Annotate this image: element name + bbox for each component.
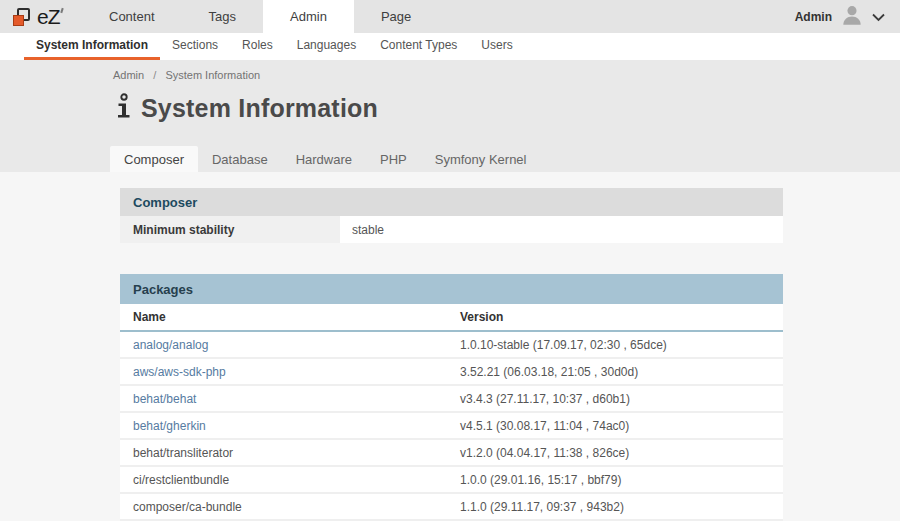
- table-row: aws/aws-sdk-php 3.52.21 (06.03.18, 21:05…: [120, 359, 783, 386]
- value-text: stable: [340, 216, 783, 243]
- page-title: System Information: [141, 94, 378, 123]
- logo-orange-square: [13, 15, 24, 26]
- table-row: behat/behat v3.4.3 (27.11.17, 10:37 , d6…: [120, 386, 783, 413]
- package-name-link[interactable]: aws/aws-sdk-php: [133, 365, 226, 379]
- package-version: 1.1.0 (29.11.17, 09:37 , 943b2): [460, 500, 783, 514]
- top-bar: eZ Content Tags Admin Page Admin: [0, 0, 900, 33]
- package-name-link[interactable]: analog/analog: [133, 338, 208, 352]
- package-version: 1.0.0 (29.01.16, 15:17 , bbf79): [460, 473, 783, 487]
- packages-table-header: Name Version: [120, 304, 783, 332]
- table-row: analog/analog 1.0.10-stable (17.09.17, 0…: [120, 332, 783, 359]
- tab[interactable]: Hardware: [282, 146, 366, 172]
- composer-panel: Composer Minimum stability stable: [120, 188, 783, 243]
- package-name-link[interactable]: behat/behat: [133, 392, 196, 406]
- sub-nav-item[interactable]: Sections: [160, 33, 230, 60]
- key-value-row: Minimum stability stable: [120, 216, 783, 243]
- breadcrumb: Admin / System Information: [113, 69, 260, 81]
- tab[interactable]: PHP: [366, 146, 421, 172]
- logo-tick-mark: [60, 8, 63, 13]
- main-nav-item[interactable]: Content: [82, 0, 182, 33]
- ez-logo-icon: [13, 6, 34, 28]
- table-row: behat/gherkin v4.5.1 (30.08.17, 11:04 , …: [120, 413, 783, 440]
- package-version: v4.5.1 (30.08.17, 11:04 , 74ac0): [460, 419, 783, 433]
- admin-sub-nav: System Information Sections Roles Langua…: [0, 33, 900, 60]
- breadcrumb-admin[interactable]: Admin: [113, 69, 144, 81]
- user-name-label: Admin: [795, 10, 832, 24]
- sub-nav-item[interactable]: Languages: [285, 33, 368, 60]
- user-menu[interactable]: Admin: [795, 0, 900, 33]
- main-nav: Content Tags Admin Page: [82, 0, 438, 33]
- breadcrumb-system-information[interactable]: System Information: [165, 69, 260, 81]
- sub-nav-item[interactable]: System Information: [24, 33, 160, 60]
- package-name-link: ci/restclientbundle: [133, 473, 229, 487]
- column-header-name: Name: [120, 310, 460, 324]
- table-row: ci/restclientbundle 1.0.0 (29.01.16, 15:…: [120, 467, 783, 494]
- package-version: v1.2.0 (04.04.17, 11:38 , 826ce): [460, 446, 783, 460]
- package-name-link[interactable]: behat/gherkin: [133, 419, 206, 433]
- sub-nav-item[interactable]: Roles: [230, 33, 285, 60]
- avatar-icon: [839, 2, 865, 32]
- info-icon: [116, 93, 130, 123]
- composer-panel-header: Composer: [120, 188, 783, 216]
- key-label: Minimum stability: [120, 216, 340, 243]
- package-version: 1.0.10-stable (17.09.17, 02:30 , 65dce): [460, 338, 783, 352]
- main-nav-item[interactable]: Admin: [263, 0, 354, 33]
- tab[interactable]: Symfony Kernel: [421, 146, 541, 172]
- content-area: Composer Minimum stability stable Packag…: [0, 172, 900, 521]
- main-nav-item[interactable]: Tags: [182, 0, 263, 33]
- package-name-link: behat/transliterator: [133, 446, 233, 460]
- package-name-link: composer/ca-bundle: [133, 500, 242, 514]
- breadcrumb-separator: /: [153, 69, 156, 81]
- packages-panel-header: Packages: [120, 274, 783, 304]
- title-row: System Information: [116, 93, 378, 123]
- main-nav-item[interactable]: Page: [354, 0, 438, 33]
- sub-nav-item[interactable]: Users: [469, 33, 524, 60]
- chevron-down-icon[interactable]: [872, 8, 885, 26]
- packages-panel: Packages Name Version analog/analog 1.0.…: [120, 274, 783, 521]
- logo-text: eZ: [37, 5, 60, 29]
- tab[interactable]: Composer: [110, 146, 198, 172]
- system-info-tabs: Composer Database Hardware PHP Symfony K…: [110, 146, 540, 172]
- package-version: 3.52.21 (06.03.18, 21:05 , 30d0d): [460, 365, 783, 379]
- table-row: composer/ca-bundle 1.1.0 (29.11.17, 09:3…: [120, 494, 783, 521]
- package-version: v3.4.3 (27.11.17, 10:37 , d60b1): [460, 392, 783, 406]
- page-header: Admin / System Information System Inform…: [0, 60, 900, 172]
- ez-logo[interactable]: eZ: [0, 0, 72, 33]
- composer-panel-rows: Minimum stability stable: [120, 216, 783, 243]
- packages-table-body: analog/analog 1.0.10-stable (17.09.17, 0…: [120, 332, 783, 521]
- tab[interactable]: Database: [198, 146, 282, 172]
- column-header-version: Version: [460, 310, 783, 324]
- table-row: behat/transliterator v1.2.0 (04.04.17, 1…: [120, 440, 783, 467]
- sub-nav-item[interactable]: Content Types: [368, 33, 469, 60]
